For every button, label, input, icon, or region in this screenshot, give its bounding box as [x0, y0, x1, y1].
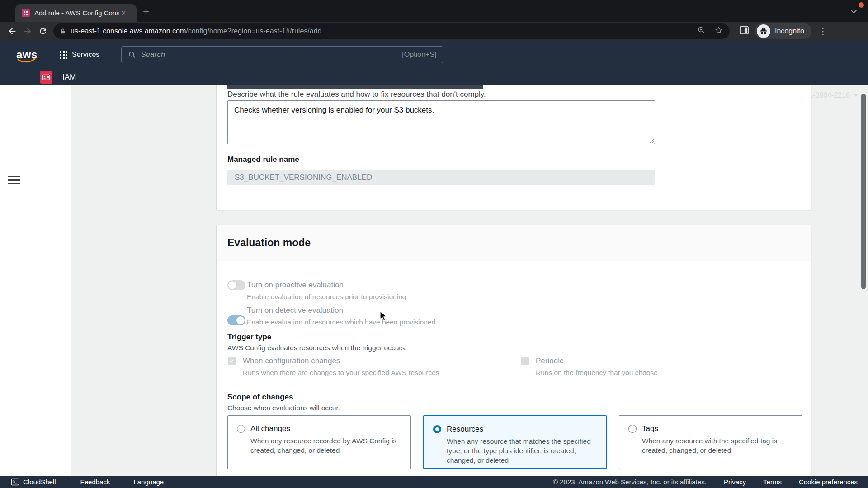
aws-logo[interactable]: aws: [16, 48, 40, 61]
url-path: /config/home?region=us-east-1#/rules/add: [186, 27, 321, 35]
radio-icon[interactable]: [237, 425, 245, 433]
all-changes-description: When any resource recorded by AWS Config…: [250, 436, 400, 455]
privacy-link[interactable]: Privacy: [724, 478, 746, 486]
forward-button[interactable]: [20, 23, 35, 39]
console-search-box[interactable]: [Option+S]: [121, 46, 443, 63]
managed-rule-name-input: [227, 170, 655, 185]
periodic-checkbox[interactable]: [521, 357, 529, 365]
url-domain: us-east-1.console.aws.amazon.com: [71, 27, 186, 35]
proactive-evaluation-label: Turn on proactive evaluation: [247, 281, 344, 290]
search-icon: [128, 51, 136, 59]
incognito-avatar-icon: [757, 24, 770, 38]
description-textarea[interactable]: Checks whether versioning is enabled for…: [227, 100, 655, 144]
check-icon: ✓: [230, 358, 235, 365]
radio-selected-icon[interactable]: [433, 425, 441, 433]
proactive-evaluation-toggle[interactable]: [227, 280, 245, 290]
browser-toolbar: us-east-1.console.aws.amazon.com/config/…: [0, 22, 868, 41]
reload-button[interactable]: [35, 23, 51, 39]
copyright-text: © 2023, Amazon Web Services, Inc. or its…: [553, 478, 707, 486]
back-arrow-icon: [7, 26, 17, 36]
when-configuration-changes-checkbox[interactable]: ✓: [228, 357, 236, 365]
scope-of-changes-label: Scope of changes: [227, 393, 293, 402]
managed-rule-name-label: Managed rule name: [227, 155, 299, 164]
when-configuration-changes-label: When configuration changes: [243, 357, 340, 366]
feedback-link[interactable]: Feedback: [80, 478, 110, 486]
cloudshell-label: CloudShell: [23, 478, 56, 486]
new-tab-button[interactable]: +: [143, 6, 149, 17]
aws-console-header: aws Services [Option+S] ?: [0, 41, 868, 69]
tab-close-icon[interactable]: ×: [121, 9, 126, 17]
description-help-text: Describe what the rule evaluates and how…: [227, 90, 486, 99]
evaluation-mode-card: Evaluation mode Turn on proactive evalua…: [216, 225, 811, 476]
tags-description: When any resource with the specified tag…: [642, 436, 791, 455]
detective-evaluation-description: Enable evaluation of resources which hav…: [247, 318, 435, 326]
evaluation-mode-title: Evaluation mode: [227, 237, 311, 249]
favorite-iam-label[interactable]: IAM: [62, 73, 76, 82]
url-text: us-east-1.console.aws.amazon.com/config/…: [71, 27, 697, 35]
services-label: Services: [72, 51, 99, 59]
scope-option-all-changes[interactable]: All changes When any resource recorded b…: [227, 415, 411, 469]
lock-icon: [60, 28, 66, 35]
mouse-cursor: [379, 311, 388, 322]
favorites-bar: IAM: [0, 69, 868, 85]
tags-title: Tags: [642, 424, 658, 433]
resources-title: Resources: [447, 425, 483, 434]
iam-service-icon[interactable]: [40, 71, 52, 84]
side-navigation: [0, 85, 71, 476]
card-header: Evaluation mode: [217, 225, 811, 261]
all-changes-title: All changes: [250, 424, 290, 433]
zoom-page-icon[interactable]: [697, 26, 706, 37]
hamburger-menu-icon[interactable]: [8, 176, 20, 186]
radio-icon[interactable]: [628, 425, 637, 433]
browser-tab-strip: Add rule - AWS Config Console × +: [0, 0, 868, 22]
toggle-knob: [228, 281, 236, 289]
browser-menu-icon[interactable]: ⋮: [819, 26, 827, 37]
footer-right: © 2023, Amazon Web Services, Inc. or its…: [553, 478, 858, 486]
resize-handle-icon[interactable]: [649, 139, 654, 144]
toolbar-right: Incognito ⋮: [733, 23, 833, 39]
detective-evaluation-label: Turn on detective evaluation: [247, 306, 343, 315]
aws-config-favicon-icon: [22, 9, 30, 17]
detective-evaluation-toggle[interactable]: [227, 315, 245, 325]
cloudshell-button[interactable]: CloudShell: [11, 478, 56, 486]
browser-tab[interactable]: Add rule - AWS Config Console ×: [15, 4, 137, 22]
toggle-knob: [236, 316, 245, 324]
when-configuration-changes-description: Runs when there are changes to your spec…: [243, 369, 439, 377]
chevron-down-icon: [854, 94, 858, 97]
screen: Add rule - AWS Config Console × + us-eas…: [0, 0, 868, 488]
trigger-type-label: Trigger type: [227, 333, 271, 342]
periodic-description: Runs on the frequency that you choose: [536, 369, 658, 377]
incognito-chip[interactable]: Incognito: [755, 23, 811, 39]
back-button[interactable]: [5, 23, 20, 39]
trigger-type-description: AWS Config evaluates resources when the …: [227, 344, 407, 352]
incognito-label: Incognito: [775, 27, 804, 35]
reload-icon: [38, 27, 47, 36]
scope-option-resources[interactable]: Resources When any resource that matches…: [423, 415, 607, 469]
proactive-evaluation-description: Enable evaluation of resources prior to …: [247, 293, 406, 301]
cut-off-text-row: [227, 85, 483, 89]
address-bar[interactable]: us-east-1.console.aws.amazon.com/config/…: [53, 23, 730, 39]
periodic-label: Periodic: [536, 357, 563, 366]
rule-details-card: Describe what the rule evaluates and how…: [216, 85, 811, 210]
search-input[interactable]: [141, 50, 402, 59]
tab-title: Add rule - AWS Config Console: [34, 9, 119, 17]
services-menu[interactable]: Services: [60, 51, 99, 59]
aws-smile-icon: [17, 58, 37, 64]
scope-option-tags[interactable]: Tags When any resource with the specifie…: [619, 415, 802, 469]
cloudshell-icon: [11, 478, 19, 486]
recording-indicator-dot: [859, 2, 864, 8]
scrollbar-thumb[interactable]: [861, 94, 866, 289]
language-link[interactable]: Language: [133, 478, 164, 486]
forward-arrow-icon: [23, 26, 33, 36]
scope-of-changes-description: Choose when evaluations will occur.: [227, 404, 340, 412]
side-panel-icon[interactable]: [740, 26, 749, 36]
bookmark-star-icon[interactable]: [714, 26, 723, 37]
cookie-preferences-link[interactable]: Cookie preferences: [799, 478, 858, 486]
grid-icon: [60, 51, 67, 59]
search-shortcut: [Option+S]: [402, 51, 436, 59]
chevron-down-icon[interactable]: [851, 8, 857, 14]
resources-description: When any resource that matches the speci…: [447, 436, 596, 465]
console-footer: CloudShell Feedback Language © 2023, Ama…: [0, 476, 868, 488]
terms-link[interactable]: Terms: [763, 478, 782, 486]
